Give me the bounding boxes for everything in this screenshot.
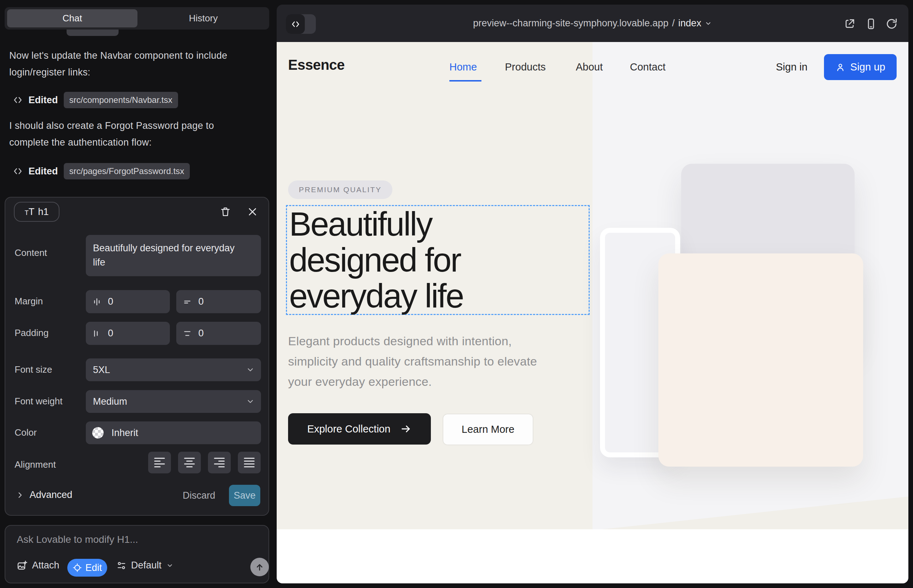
- element-editor-panel: TT h1 Content Beautifully designed for e…: [5, 197, 269, 516]
- padding-horizontal-icon: [92, 329, 102, 338]
- nav-link-products[interactable]: Products: [505, 61, 546, 73]
- file-chip[interactable]: src/components/Navbar.tsx: [64, 92, 178, 108]
- selected-element-outline[interactable]: Beautifully designed for everyday life: [286, 205, 590, 315]
- url-domain: preview--charming-site-symphony.lovable.…: [473, 18, 669, 29]
- advanced-toggle[interactable]: Advanced: [16, 489, 72, 501]
- font-size-select[interactable]: 5XL: [86, 359, 261, 381]
- padding-y-value: 0: [198, 328, 204, 339]
- tab-chat-label: Chat: [63, 13, 82, 24]
- send-button[interactable]: [250, 558, 269, 576]
- active-nav-underline: [449, 80, 481, 81]
- element-tag-pill[interactable]: TT h1: [14, 202, 60, 222]
- align-center-button[interactable]: [178, 452, 201, 473]
- code-icon: [13, 95, 23, 105]
- open-in-new-tab-button[interactable]: [843, 18, 856, 30]
- attach-button[interactable]: Attach: [17, 560, 60, 571]
- align-left-button[interactable]: [148, 452, 171, 473]
- chat-message: I should also create a Forgot Password p…: [9, 118, 230, 151]
- nav-link-about[interactable]: About: [576, 61, 603, 73]
- margin-label: Margin: [15, 296, 43, 307]
- sliders-icon: [117, 561, 126, 570]
- scrolled-chip-partial: [66, 29, 118, 36]
- save-button[interactable]: Save: [229, 485, 260, 506]
- url-separator: /: [672, 18, 675, 29]
- user-icon: [835, 62, 845, 72]
- content-input[interactable]: Beautifully designed for everyday life: [86, 235, 261, 276]
- sign-up-button[interactable]: Sign up: [824, 54, 897, 80]
- close-editor-button[interactable]: [244, 204, 260, 220]
- margin-y-input[interactable]: 0: [176, 290, 261, 313]
- font-weight-select[interactable]: Medium: [86, 390, 261, 413]
- arrow-up-icon: [255, 562, 264, 572]
- edited-file-row[interactable]: Edited src/components/Navbar.tsx: [13, 92, 178, 108]
- chat-composer: Ask Lovable to modify H1... Attach Edit …: [5, 525, 269, 583]
- nav-link-home[interactable]: Home: [449, 61, 477, 73]
- close-icon: [247, 207, 258, 217]
- chevron-down-icon: [246, 397, 254, 406]
- page-viewport: Essence Home Products About Contact Sign…: [277, 42, 908, 583]
- attach-label: Attach: [32, 560, 60, 571]
- tab-history[interactable]: History: [138, 7, 269, 29]
- code-icon: [13, 166, 23, 176]
- align-left-icon: [154, 458, 165, 467]
- sign-up-label: Sign up: [850, 61, 885, 73]
- file-chip[interactable]: src/pages/ForgotPassword.tsx: [64, 163, 190, 179]
- font-weight-label: Font weight: [15, 396, 62, 407]
- edited-label: Edited: [29, 95, 58, 106]
- delete-element-button[interactable]: [218, 204, 233, 220]
- smartphone-icon: [865, 18, 877, 30]
- refresh-icon: [885, 18, 898, 30]
- url-page: index: [678, 18, 701, 29]
- preview-browser-window: preview--charming-site-symphony.lovable.…: [277, 5, 908, 583]
- padding-x-input[interactable]: 0: [86, 322, 170, 345]
- color-label: Color: [15, 427, 37, 438]
- padding-vertical-icon: [183, 329, 192, 338]
- advanced-label: Advanced: [29, 489, 72, 501]
- color-select[interactable]: Inherit: [86, 422, 261, 444]
- discard-button[interactable]: Discard: [183, 490, 215, 501]
- edit-mode-button[interactable]: Edit: [67, 559, 107, 577]
- align-justify-icon: [244, 458, 254, 467]
- composer-input[interactable]: Ask Lovable to modify H1...: [17, 534, 138, 545]
- chevron-right-icon: [16, 491, 24, 499]
- padding-label: Padding: [15, 328, 49, 339]
- align-right-icon: [214, 458, 225, 467]
- margin-x-input[interactable]: 0: [86, 290, 170, 313]
- crosshair-icon: [73, 563, 82, 572]
- margin-horizontal-icon: [92, 297, 102, 307]
- font-size-label: Font size: [15, 364, 52, 375]
- image-plus-icon: [17, 560, 28, 571]
- font-weight-value: Medium: [93, 396, 127, 407]
- decorative-card-cream: [659, 254, 863, 467]
- tab-history-label: History: [189, 13, 218, 24]
- external-link-icon: [843, 18, 856, 30]
- transparent-swatch-icon: [92, 427, 104, 438]
- edited-file-row[interactable]: Edited src/pages/ForgotPassword.tsx: [13, 163, 190, 179]
- edited-label: Edited: [29, 166, 58, 177]
- align-justify-button[interactable]: [238, 452, 261, 473]
- mobile-view-button[interactable]: [865, 18, 877, 30]
- sidebar-tabbar: Chat History: [5, 7, 269, 29]
- chat-message: Now let's update the Navbar component to…: [9, 47, 230, 81]
- learn-more-button[interactable]: Learn More: [443, 414, 533, 445]
- trash-icon: [220, 206, 231, 218]
- content-label: Content: [15, 247, 47, 258]
- align-right-button[interactable]: [208, 452, 231, 473]
- sign-in-link[interactable]: Sign in: [776, 61, 808, 73]
- hero-heading[interactable]: Beautifully designed for everyday life: [287, 206, 589, 314]
- url-bar[interactable]: preview--charming-site-symphony.lovable.…: [277, 5, 908, 42]
- explore-collection-label: Explore Collection: [307, 423, 391, 435]
- font-size-value: 5XL: [93, 365, 110, 375]
- tab-chat[interactable]: Chat: [7, 9, 138, 27]
- color-value: Inherit: [112, 428, 138, 438]
- explore-collection-button[interactable]: Explore Collection: [288, 413, 431, 444]
- nav-link-contact[interactable]: Contact: [630, 61, 665, 73]
- edit-label: Edit: [86, 562, 102, 573]
- alignment-label: Alignment: [15, 459, 56, 470]
- model-default-button[interactable]: Default: [117, 560, 173, 571]
- type-icon: TT: [24, 207, 34, 218]
- refresh-button[interactable]: [885, 18, 898, 30]
- padding-y-input[interactable]: 0: [176, 322, 261, 345]
- site-logo[interactable]: Essence: [288, 57, 345, 73]
- margin-x-value: 0: [108, 296, 113, 307]
